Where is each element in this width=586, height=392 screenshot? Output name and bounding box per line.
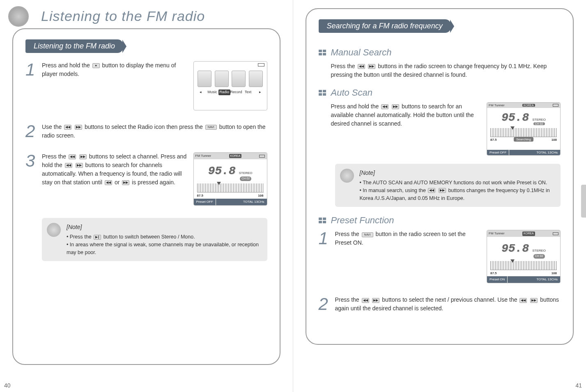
- next-button-icon: [372, 298, 379, 303]
- page-40: Listening to the FM radio Listening to t…: [0, 0, 293, 392]
- note-item: In manual search, using the buttons chan…: [360, 187, 555, 202]
- fm-region: KOREA: [229, 154, 242, 158]
- fm-preset-off: Preset OFF: [194, 199, 216, 205]
- fm-preset-on: Preset ON: [487, 276, 508, 283]
- prev-button-icon: [64, 125, 71, 130]
- fm-hi: 108: [258, 193, 263, 198]
- next-button-icon: [75, 125, 82, 130]
- auto-scan-text: Press and hold the buttons to search for…: [331, 102, 481, 128]
- step-1: 1 Press and hold the button to display t…: [25, 61, 267, 110]
- device-fm-preset-on: FM Tunner KOREA 95.8 STEREOCH 02 87.5108…: [487, 230, 561, 283]
- note-item: In areas where the signal is weak, some …: [67, 241, 261, 257]
- preset-step-2: 2 Press the buttons to select the next /…: [319, 296, 561, 313]
- next-button-icon: [368, 64, 375, 69]
- step3-e: is pressed again.: [132, 179, 175, 186]
- page-41: Searching for a FM radio frequency Manua…: [293, 0, 586, 392]
- manual-search-heading: Manual Search: [331, 47, 561, 58]
- next-button-icon: [79, 154, 87, 159]
- left-frame: Listening to the FM radio 1 Press and ho…: [12, 28, 280, 365]
- note-title: [Note]: [360, 169, 555, 177]
- step1-text-a: Press and hold the: [42, 62, 92, 69]
- step-number: 1: [25, 61, 42, 78]
- fm-channel: CH 02: [240, 177, 251, 181]
- title-icon: [8, 6, 29, 27]
- playpause-button-icon: [94, 235, 101, 240]
- page-number: 41: [575, 382, 582, 389]
- prev-button-icon: [362, 298, 369, 303]
- next-button-icon: [76, 163, 83, 168]
- fm-stereo: STEREO: [239, 171, 253, 176]
- device-fm-searching: FM Tunner KOREA 95.8 STEREOCH 02 87.5108…: [487, 102, 561, 156]
- prev-button-icon: [381, 104, 388, 109]
- side-tab: [581, 185, 586, 218]
- prev-button-icon: [358, 64, 365, 69]
- device-menu-screenshot: ◂ Music Radio Record Text ▸: [193, 61, 267, 110]
- menu-music: Music: [207, 89, 218, 95]
- step-number: 2: [319, 296, 335, 313]
- main-title: Listening to the FM radio: [41, 8, 280, 24]
- step-3: 3 Press the buttons to select a channel.…: [25, 152, 267, 206]
- right-frame: Searching for a FM radio frequency Manua…: [306, 8, 574, 345]
- manual-search-text: Press the buttons in the radio screen to…: [331, 62, 561, 79]
- note-icon: [340, 169, 354, 183]
- note-title: [Note]: [67, 223, 261, 232]
- step-number: 1: [319, 230, 335, 247]
- prev-button-icon: [428, 188, 435, 193]
- menu-text: Text: [242, 89, 254, 95]
- menu-button-icon: [92, 63, 100, 68]
- next-button-icon: [392, 104, 399, 109]
- note-box-right: [Note] The AUTO SCAN and AUTO MEMORY fun…: [335, 164, 561, 207]
- step3-d: or: [115, 179, 121, 186]
- navi-button-icon: [362, 232, 373, 237]
- fm-title: FM Tunner: [195, 154, 211, 158]
- navi-button-icon: [205, 125, 217, 130]
- next-button-icon: [439, 188, 446, 193]
- fm-total: TOTAL 13CHs: [216, 199, 267, 205]
- step-2: 2 Use the buttons to select the Radio ic…: [25, 123, 267, 140]
- menu-record: Record: [230, 89, 242, 95]
- note-item: The AUTO SCAN and AUTO MEMORY functions …: [360, 179, 555, 187]
- step2-b: buttons to select the Radio icon then pr…: [85, 124, 205, 130]
- step-number: 3: [25, 152, 42, 170]
- preset-step-1: 1 Press the button in the radio screen t…: [319, 230, 561, 283]
- note-icon: [47, 223, 61, 237]
- next-button-icon: [530, 298, 538, 303]
- step2-a: Use the: [42, 124, 63, 130]
- prev-button-icon: [105, 180, 112, 185]
- prev-button-icon: [519, 298, 527, 303]
- preset-function-heading: Preset Function: [331, 215, 561, 226]
- step-number: 2: [25, 123, 42, 140]
- section-heading-right: Searching for a FM radio frequency: [319, 19, 451, 33]
- fm-lo: 87.5: [197, 193, 204, 198]
- searching-label: Searching: [514, 137, 533, 142]
- next-button-icon: [122, 180, 129, 185]
- prev-button-icon: [65, 163, 72, 168]
- note-box-left: [Note] Press the button to switch betwee…: [42, 218, 267, 261]
- device-fm-screenshot: FM Tunner KOREA 95.8 STEREO CH 02 87.510…: [193, 152, 267, 206]
- section-heading-left: Listening to the FM radio: [25, 39, 123, 53]
- menu-radio: Radio: [218, 89, 230, 95]
- note-item: Press the button to switch between Stere…: [67, 233, 261, 241]
- step3-a: Press the: [42, 153, 68, 160]
- auto-scan-heading: Auto Scan: [331, 87, 561, 98]
- prev-button-icon: [69, 154, 76, 159]
- page-number: 40: [4, 382, 11, 389]
- fm-frequency: 95.8: [208, 163, 235, 180]
